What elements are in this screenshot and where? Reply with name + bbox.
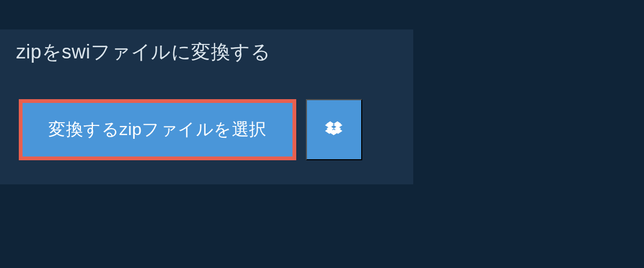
dropbox-button[interactable] — [306, 99, 362, 160]
page-title: zipをswiファイルに変換する — [16, 39, 270, 65]
select-file-button-label: 変換するzipファイルを選択 — [48, 118, 267, 142]
heading-wrapper: zipをswiファイルに変換する — [0, 29, 287, 75]
dropbox-icon — [324, 120, 343, 139]
button-row: 変換するzipファイルを選択 — [0, 75, 413, 160]
main-container: zipをswiファイルに変換する 変換するzipファイルを選択 — [0, 29, 644, 184]
conversion-panel: zipをswiファイルに変換する 変換するzipファイルを選択 — [0, 29, 413, 184]
select-file-button[interactable]: 変換するzipファイルを選択 — [19, 99, 296, 160]
